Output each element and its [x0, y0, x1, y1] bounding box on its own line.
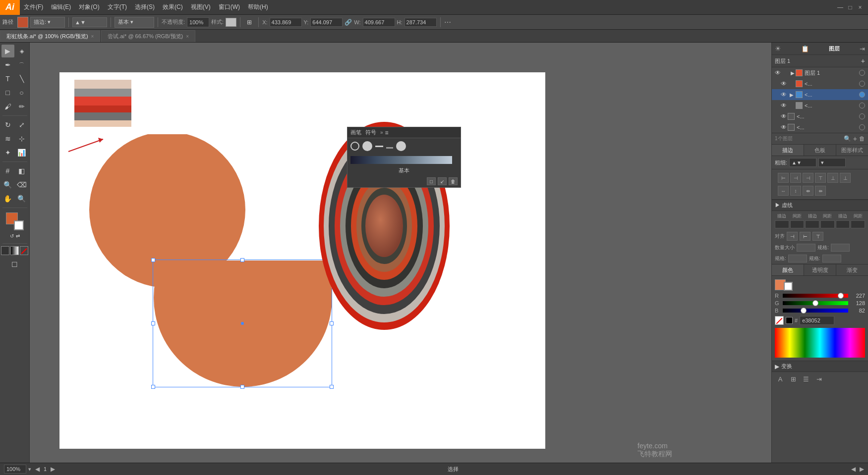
dist-vert-btn[interactable]: ↕: [790, 186, 801, 196]
zoom-dropdown[interactable]: ▾: [28, 466, 31, 473]
menu-select[interactable]: 选择(S): [131, 0, 159, 15]
h-value[interactable]: 287.734: [405, 18, 437, 27]
add-layer-btn[interactable]: +: [861, 57, 865, 65]
nav-next-btn[interactable]: ▶: [51, 466, 55, 473]
layer-row-3[interactable]: 👁 ▶ <...: [772, 89, 868, 100]
brush-dash-1[interactable]: [375, 146, 383, 147]
brush-gradient-swatch[interactable]: [350, 156, 452, 164]
vgrid-input-6[interactable]: [851, 220, 865, 228]
gradient-tool[interactable]: ◧: [15, 164, 28, 177]
opacity-tab[interactable]: 透明度: [804, 264, 836, 275]
brush-dot-empty[interactable]: [350, 142, 359, 151]
ellipse-tool[interactable]: ○: [15, 86, 28, 99]
tab-test[interactable]: 尝试.ai* @ 66.67% (RGB/预览) ×: [101, 30, 195, 42]
y-value[interactable]: 644.097: [310, 18, 343, 27]
paintbrush-tool[interactable]: 🖌: [1, 100, 14, 113]
panel-expand-icon[interactable]: »: [380, 130, 383, 135]
menu-object[interactable]: 对象(O): [75, 0, 103, 15]
close-button[interactable]: ×: [856, 3, 864, 11]
menu-window[interactable]: 窗口(W): [215, 0, 244, 15]
brush-action-2[interactable]: ↙: [438, 177, 447, 185]
transform-icon[interactable]: ⊞: [244, 17, 255, 28]
tab-test-close[interactable]: ×: [186, 34, 189, 39]
layer-row-5[interactable]: 👁 <...: [772, 111, 868, 122]
b-slider[interactable]: [783, 309, 848, 313]
basic-dropdown[interactable]: 基本▾: [115, 17, 154, 28]
align-stroke-btn-3[interactable]: ⊤: [812, 232, 823, 241]
menu-edit[interactable]: 编辑(E): [47, 0, 75, 15]
align-left-btn[interactable]: ⊢: [778, 173, 789, 183]
line-tool[interactable]: ╲: [15, 72, 28, 85]
free-transform-tool[interactable]: ⊹: [15, 132, 28, 145]
selection-tool[interactable]: ▶: [1, 45, 14, 57]
dist-gap-btn[interactable]: ⇼: [803, 186, 813, 196]
mesh-tool[interactable]: #: [1, 164, 14, 177]
color-tab[interactable]: 颜色: [772, 264, 804, 275]
more-tools-icon[interactable]: ⋯: [444, 18, 451, 26]
layer-target-6[interactable]: [859, 124, 865, 130]
maximize-button[interactable]: □: [846, 3, 854, 11]
warp-tool[interactable]: ≋: [1, 132, 14, 145]
column-graph-tool[interactable]: 📊: [15, 146, 28, 159]
expand-icon[interactable]: ⇥: [813, 374, 824, 384]
black-swatch[interactable]: [786, 317, 793, 324]
icon-properties[interactable]: 📋: [801, 45, 809, 53]
draw-mode-btn[interactable]: ☐: [8, 258, 21, 271]
layer-target-4[interactable]: [859, 103, 865, 108]
virtual-section-header[interactable]: ▶ 虚线: [772, 200, 868, 211]
color-stroke-swatch[interactable]: [784, 282, 793, 291]
pencil-tool[interactable]: ✏: [15, 100, 28, 113]
menu-effect[interactable]: 效果(C): [159, 0, 187, 15]
layer-lock-3[interactable]: ▶: [788, 91, 796, 99]
scale-tool[interactable]: ⤢: [15, 118, 28, 131]
gradient-fill-btn[interactable]: [10, 246, 19, 255]
zoom-tool[interactable]: 🔍: [15, 192, 28, 205]
brush-dash-2[interactable]: [386, 147, 393, 149]
icon-layers-tab[interactable]: 图层: [829, 45, 840, 53]
dist-gap2-btn[interactable]: ⇻: [815, 186, 826, 196]
menu-help[interactable]: 帮助(H): [244, 0, 272, 15]
no-fill-btn[interactable]: [20, 246, 28, 255]
layer-target-5[interactable]: [859, 113, 865, 119]
layer-target-3[interactable]: [859, 92, 865, 98]
vgrid-input-4[interactable]: [820, 220, 835, 228]
brush-action-3[interactable]: 🗑: [449, 177, 458, 185]
layer-row-4[interactable]: 👁 <...: [772, 100, 868, 111]
x-value[interactable]: 433.869: [270, 18, 302, 27]
align-top-btn[interactable]: ⊤: [815, 173, 826, 183]
artboard-nav-next[interactable]: ▶: [860, 466, 864, 473]
layer-eye-4[interactable]: 👁: [780, 102, 788, 109]
align-center-btn[interactable]: ⊣: [790, 173, 801, 183]
style-swatch[interactable]: [226, 18, 236, 27]
layer-expand-1[interactable]: ▶: [790, 69, 796, 77]
layer-eye-3[interactable]: 👁: [780, 91, 788, 99]
menu-text[interactable]: 文字(T): [104, 0, 131, 15]
spec-input-2[interactable]: [822, 255, 841, 263]
layer-eye-5[interactable]: 👁: [780, 112, 788, 120]
align-stroke-btn-2[interactable]: ⊢: [800, 232, 810, 241]
opacity-input[interactable]: [187, 17, 209, 27]
eyedropper-tool[interactable]: 🔍: [1, 178, 14, 191]
vgrid-input-1[interactable]: [775, 220, 789, 228]
text-tool[interactable]: T: [1, 72, 14, 85]
layer-lock-1[interactable]: [782, 69, 790, 77]
tab-stroke[interactable]: 描边: [772, 145, 804, 156]
brush-action-1[interactable]: □: [427, 177, 436, 185]
nav-prev-btn[interactable]: ◀: [35, 466, 40, 473]
stroke-thickness-input[interactable]: ▲▼: [789, 158, 816, 167]
hex-input[interactable]: e38052: [800, 316, 834, 325]
panel-menu-icon[interactable]: ≡: [385, 129, 389, 136]
minimize-button[interactable]: —: [836, 3, 844, 11]
curvature-tool[interactable]: ⌒: [15, 58, 28, 71]
layer-search-icon[interactable]: 🔍: [844, 135, 851, 142]
tab-rainbow-close[interactable]: ×: [91, 34, 94, 39]
layer-lock-4[interactable]: [788, 102, 796, 109]
align-bottom-btn[interactable]: ⊥: [840, 173, 851, 183]
layer-add-icon[interactable]: +: [853, 135, 857, 143]
zoom-input[interactable]: 100%: [4, 465, 26, 474]
lock-aspect-icon[interactable]: 🔗: [345, 19, 352, 26]
menu-view[interactable]: 视图(V): [187, 0, 215, 15]
tab-graphic-style[interactable]: 图形样式: [836, 145, 868, 156]
layer-target-1[interactable]: [859, 70, 865, 76]
stroke-width-input[interactable]: ▲▼: [72, 17, 107, 27]
